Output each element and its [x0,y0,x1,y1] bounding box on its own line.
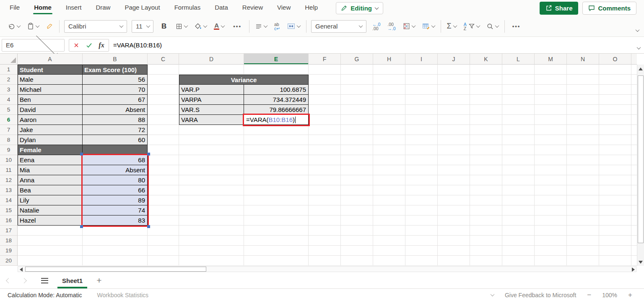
cell-i18[interactable] [405,236,438,246]
cell-e5[interactable]: 79.86666667 [244,105,309,115]
cell-c12[interactable] [148,175,179,185]
cell-o13[interactable] [599,185,631,195]
row-header-7[interactable]: 7 [0,125,18,135]
cell-c1[interactable] [148,65,179,75]
cell-a20[interactable] [18,256,83,266]
cell-i19[interactable] [405,246,438,256]
cell-e1[interactable] [244,65,309,75]
name-box[interactable]: E6 [2,39,65,52]
cell-m5[interactable] [535,105,567,115]
cell-l17[interactable] [502,226,535,236]
cell-h9[interactable] [373,145,405,155]
cell-m19[interactable] [535,246,567,256]
menu-tab-review[interactable]: Review [235,0,270,16]
cell-f3[interactable] [309,85,341,95]
cell-o5[interactable] [599,105,631,115]
cell-g5[interactable] [341,105,373,115]
cell-o18[interactable] [599,236,631,246]
cell-d17[interactable] [179,226,244,236]
cell-f5[interactable] [309,105,341,115]
cell-c8[interactable] [148,135,179,145]
column-header-c[interactable]: C [148,54,179,65]
cell-i14[interactable] [405,195,438,205]
menu-tab-insert[interactable]: Insert [59,0,89,16]
cell-e19[interactable] [244,246,309,256]
cell-g4[interactable] [341,95,373,105]
cell-d1[interactable] [179,65,244,75]
cell-b7[interactable]: 72 [83,125,148,135]
cell-l4[interactable] [502,95,535,105]
cell-a9[interactable]: Female [18,145,83,155]
cell-e3[interactable]: 100.6875 [244,85,309,95]
wrap-text-button[interactable]: abc↵ [273,20,281,33]
all-sheets-menu-icon[interactable] [41,278,48,283]
cell-i6[interactable] [405,115,438,125]
cell-a13[interactable]: Bea [18,185,83,195]
previous-sheet-icon[interactable] [6,278,11,283]
cell-e14[interactable] [244,195,309,205]
cell-m17[interactable] [535,226,567,236]
fill-color-dropdown[interactable] [193,20,208,33]
cell-e7[interactable] [244,125,309,135]
cell-h13[interactable] [373,185,405,195]
cell-b16[interactable]: 83 [83,215,148,226]
cell-c4[interactable] [148,95,179,105]
cell-f10[interactable] [309,155,341,165]
cell-i20[interactable] [405,256,438,266]
cell-o15[interactable] [599,205,631,215]
menu-tab-home[interactable]: Home [27,0,59,16]
cell-n17[interactable] [567,226,599,236]
find-dropdown[interactable] [486,20,500,33]
cell-n8[interactable] [567,135,599,145]
row-header-10[interactable]: 10 [0,155,18,165]
cell-o14[interactable] [599,195,631,205]
cell-h19[interactable] [373,246,405,256]
menu-tab-draw[interactable]: Draw [88,0,117,16]
cell-m10[interactable] [535,155,567,165]
cell-b9[interactable] [83,145,148,155]
cell-f9[interactable] [309,145,341,155]
cell-g3[interactable] [341,85,373,95]
cell-d16[interactable] [179,215,244,226]
cell-e15[interactable] [244,205,309,215]
row-header-1[interactable]: 1 [0,65,18,75]
comments-button[interactable]: Comments [582,2,636,15]
alignment-dropdown[interactable] [254,20,268,33]
column-header-e[interactable]: E [244,54,309,65]
row-header-13[interactable]: 13 [0,185,18,195]
cell-i4[interactable] [405,95,438,105]
cell-h18[interactable] [373,236,405,246]
cell-o8[interactable] [599,135,631,145]
cell-k4[interactable] [470,95,502,105]
workbook-statistics-button[interactable]: Workbook Statistics [97,292,148,298]
cell-a18[interactable] [18,236,83,246]
row-header-6[interactable]: 6 [0,115,18,125]
cell-c15[interactable] [148,205,179,215]
cell-e13[interactable] [244,185,309,195]
cell-m18[interactable] [535,236,567,246]
cell-g2[interactable] [341,75,373,85]
formula-input[interactable]: =VARA(B10:B16) [109,37,644,53]
cell-f6[interactable] [309,115,341,125]
cell-j20[interactable] [438,256,470,266]
format-as-table-dropdown[interactable] [421,20,436,33]
cell-g10[interactable] [341,155,373,165]
cell-f20[interactable] [309,256,341,266]
zoom-level[interactable]: 100% [602,292,617,298]
cell-a15[interactable]: Natalie [18,205,83,215]
cell-b17[interactable] [83,226,148,236]
cell-h15[interactable] [373,205,405,215]
cell-e6[interactable]: =VARA(B10:B16) [244,115,309,125]
cell-n20[interactable] [567,256,599,266]
cell-m16[interactable] [535,215,567,226]
row-header-15[interactable]: 15 [0,205,18,215]
column-header-g[interactable]: G [341,54,373,65]
font-color-dropdown[interactable]: A [213,20,226,33]
cell-g11[interactable] [341,165,373,175]
cell-i11[interactable] [405,165,438,175]
row-header-2[interactable]: 2 [0,75,18,85]
cell-k6[interactable] [470,115,502,125]
cell-f17[interactable] [309,226,341,236]
cell-o7[interactable] [599,125,631,135]
cell-e10[interactable] [244,155,309,165]
